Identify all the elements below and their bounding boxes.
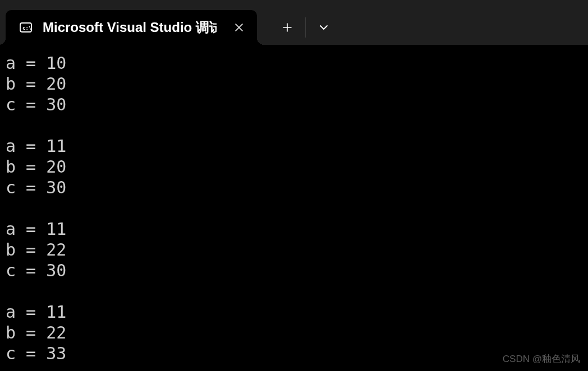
divider bbox=[305, 17, 306, 38]
terminal-icon: c:\ bbox=[19, 21, 33, 34]
tab-title: Microsoft Visual Studio 调试控 bbox=[43, 18, 217, 36]
close-tab-button[interactable] bbox=[231, 20, 247, 35]
tab-active[interactable]: c:\ Microsoft Visual Studio 调试控 bbox=[6, 10, 257, 45]
tabbar-actions bbox=[273, 10, 338, 45]
tab-dropdown-button[interactable] bbox=[309, 17, 338, 38]
tab-bar: c:\ Microsoft Visual Studio 调试控 bbox=[0, 0, 588, 45]
console-output: a = 10 b = 20 c = 30 a = 11 b = 20 c = 3… bbox=[0, 45, 588, 371]
svg-text:c:\: c:\ bbox=[22, 25, 31, 31]
watermark: CSDN @釉色清风 bbox=[503, 353, 580, 365]
new-tab-button[interactable] bbox=[273, 17, 302, 38]
